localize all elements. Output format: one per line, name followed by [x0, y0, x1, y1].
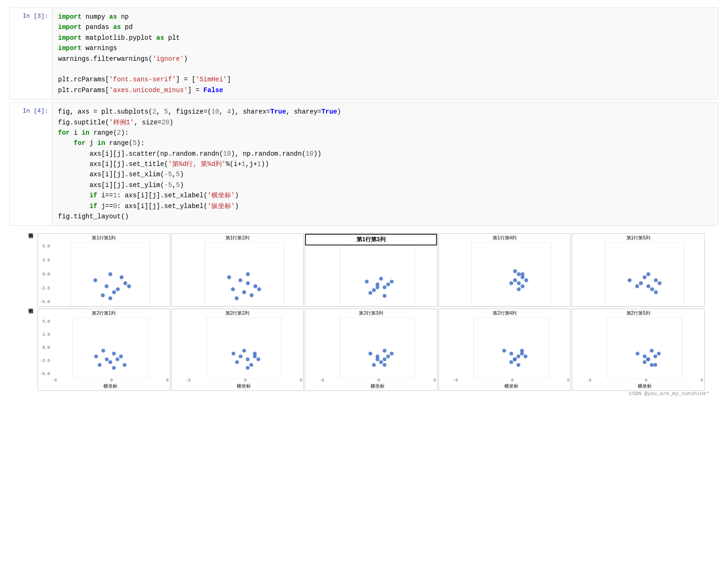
- svg-point-65: [112, 366, 116, 370]
- svg-point-83: [372, 363, 376, 367]
- subplot-row-1: 纵坐标 第1行第1列 5.02.50.0-2.5-5.0 第1行第2列: [23, 233, 705, 307]
- subplot: 第2行第3列 -505 横坐标: [305, 309, 437, 391]
- subplot-inner: 5.02.50.0-2.5-5.0: [38, 317, 170, 378]
- y-tick: 0.0: [39, 346, 50, 350]
- svg-rect-88: [474, 317, 549, 378]
- y-tick: 2.5: [39, 258, 50, 263]
- x-label-row: 横坐标: [305, 383, 437, 390]
- y-ticks: 5.02.50.0-2.5-5.0: [38, 317, 51, 378]
- subplot-title: 第2行第1列: [38, 309, 170, 317]
- svg-point-75: [246, 366, 249, 370]
- subplot-title: 第1行第5列: [572, 234, 704, 242]
- svg-area: [318, 245, 437, 306]
- subplot-title: 第2行第3列: [305, 309, 437, 317]
- svg-point-95: [517, 363, 520, 367]
- svg-point-4: [105, 284, 109, 288]
- subplot-inner: [439, 242, 571, 306]
- svg-point-104: [654, 355, 657, 359]
- cell-3-content[interactable]: import numpy as np import pandas as pd i…: [52, 8, 718, 99]
- x-label-row: 横坐标: [172, 383, 304, 390]
- x-tick: 0: [511, 378, 514, 383]
- svg-point-39: [513, 279, 517, 282]
- subplot-inner: [172, 242, 304, 306]
- svg-point-23: [365, 280, 369, 284]
- svg-point-5: [124, 281, 127, 285]
- svg-point-49: [643, 275, 647, 279]
- x-tick: 5: [166, 378, 168, 383]
- subplot-title: 第2行第5列: [572, 309, 704, 317]
- svg-point-86: [376, 358, 379, 361]
- x-tick: 5: [433, 378, 436, 383]
- svg-point-76: [253, 355, 256, 359]
- svg-area: [185, 317, 304, 378]
- watermark: CSDN @you_are_my_sunshine*: [9, 391, 719, 398]
- x-tick: 0: [244, 378, 246, 383]
- y-tick: -2.5: [39, 286, 50, 291]
- x-ticks-row: -505: [572, 378, 704, 383]
- svg-rect-55: [73, 317, 148, 378]
- svg-point-87: [383, 363, 386, 367]
- subplot-inner: [439, 317, 571, 378]
- svg-point-90: [510, 352, 513, 356]
- svg-point-98: [520, 349, 524, 353]
- svg-point-100: [636, 352, 640, 356]
- svg-point-96: [524, 355, 527, 359]
- svg-point-105: [643, 360, 647, 364]
- svg-point-14: [246, 281, 249, 285]
- x-tick: -5: [453, 378, 458, 383]
- svg-point-32: [376, 286, 379, 289]
- y-label-row2: 纵坐标: [23, 309, 37, 327]
- subplot: 第2行第5列 -505 横坐标: [572, 309, 705, 391]
- svg-point-17: [234, 296, 238, 300]
- y-tick: -5.0: [39, 300, 50, 304]
- svg-point-80: [383, 358, 386, 361]
- svg-rect-99: [607, 317, 682, 378]
- x-tick: -5: [186, 378, 191, 383]
- svg-point-16: [242, 290, 246, 294]
- y-tick: 5.0: [39, 244, 50, 249]
- subplot-inner: [305, 317, 437, 378]
- svg-point-106: [650, 363, 654, 367]
- subplots-row2: 第2行第1列 5.02.50.0-2.5-5.0 -505 横坐标 第2行第2列: [37, 309, 705, 391]
- svg-point-102: [650, 349, 654, 353]
- subplot: 第2行第4列 -505 横坐标: [438, 309, 571, 391]
- x-label: 横坐标: [185, 383, 304, 390]
- cell-4-content[interactable]: fig, axs = plt.subplots(2, 5, figsize=(1…: [52, 103, 718, 225]
- svg-point-63: [123, 363, 126, 367]
- y-tick: -5.0: [39, 372, 50, 376]
- svg-rect-77: [340, 317, 415, 378]
- cell-4-label: In [4]:: [10, 103, 52, 118]
- y-ticks: 5.02.50.0-2.5-5.0: [38, 242, 51, 306]
- plot-area: 纵坐标 第1行第1列 5.02.50.0-2.5-5.0 第1行第2列: [9, 229, 719, 408]
- svg-point-71: [242, 349, 246, 353]
- svg-point-82: [386, 355, 390, 359]
- x-label: 横坐标: [452, 383, 571, 390]
- svg-point-85: [390, 352, 393, 356]
- svg-point-56: [94, 355, 98, 359]
- x-ticks-row: -505: [38, 378, 170, 383]
- x-tick: 0: [378, 378, 380, 383]
- x-ticks: -505: [51, 378, 170, 383]
- y-label-row1: 纵坐标: [23, 233, 37, 252]
- x-tick: 5: [567, 378, 569, 383]
- subplot: 第1行第3列: [305, 233, 437, 307]
- svg-point-54: [654, 290, 658, 294]
- subplot-title: 第1行第3列: [305, 234, 437, 245]
- cell-3: In [3]: import numpy as np import pandas…: [9, 7, 719, 100]
- x-ticks: -505: [585, 378, 704, 383]
- svg-point-62: [119, 355, 123, 359]
- svg-point-37: [524, 279, 528, 282]
- svg-point-10: [109, 296, 112, 300]
- subplot-title: 第1行第2列: [172, 234, 304, 242]
- subplot-inner: [305, 245, 437, 306]
- svg-point-91: [517, 355, 520, 359]
- subplot: 第1行第4列: [438, 233, 571, 307]
- svg-point-35: [517, 273, 520, 276]
- svg-point-107: [657, 352, 661, 356]
- svg-area: [51, 317, 170, 378]
- svg-point-53: [647, 273, 650, 276]
- subplot-title: 第1行第1列: [38, 234, 170, 242]
- notebook: In [3]: import numpy as np import pandas…: [0, 0, 728, 417]
- svg-point-42: [509, 281, 513, 285]
- subplot-grid: 纵坐标 第1行第1列 5.02.50.0-2.5-5.0 第1行第2列: [9, 233, 719, 391]
